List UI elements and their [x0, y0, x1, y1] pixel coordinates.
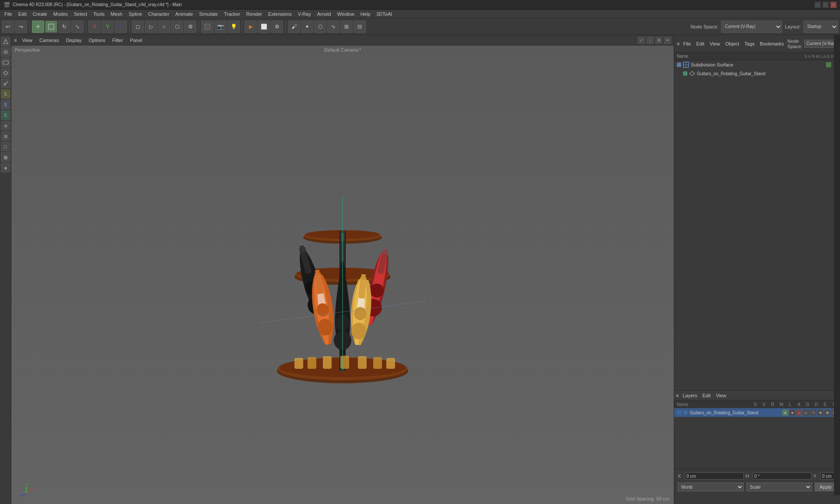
lp-extra-btn2[interactable]: ⬡ [810, 410, 816, 416]
menu-vray[interactable]: V-Ray [295, 10, 314, 18]
poly-btn[interactable]: ⬡ [314, 21, 326, 33]
menu-simulate[interactable]: Simulate [196, 10, 220, 18]
lp-item-1[interactable]: Guitars_on_Rotating_Guitar_Stand ● ● ▶ ▷… [674, 408, 840, 417]
obj-tool-5[interactable]: ⚙ [184, 21, 196, 33]
vp-expand-btn[interactable]: ⤢ [638, 37, 645, 44]
vp-download-btn[interactable]: ↓ [647, 37, 654, 44]
om-item-guitars[interactable]: Guitars_on_Rotating_Guitar_Stand ⚬ [674, 69, 840, 78]
sidebar-mode-8[interactable]: S [1, 110, 10, 120]
sidebar-mode-10[interactable]: ⊠ [1, 131, 10, 141]
node-space-select[interactable]: Current (V-Ray) [721, 21, 782, 33]
menu-help[interactable]: Help [358, 10, 373, 18]
lp-anim-btn[interactable]: ▶ [796, 410, 802, 416]
lp-vis-btn[interactable]: ● [782, 410, 788, 416]
lp-render-btn[interactable]: ● [789, 410, 795, 416]
render-settings-btn[interactable]: ⚙ [271, 21, 283, 33]
rp-menu-edit[interactable]: Edit [694, 40, 706, 47]
sidebar-mode-1[interactable] [1, 37, 10, 46]
obj-tool-4[interactable]: ⬡ [171, 21, 183, 33]
redo-button[interactable]: ↪ [15, 21, 27, 33]
sidebar-mode-7[interactable]: S [1, 100, 10, 109]
rp-layout-label: Node Space: [788, 38, 802, 49]
menu-tracker[interactable]: Tracker [221, 10, 243, 18]
menu-spline[interactable]: Spline [126, 10, 145, 18]
obj-tool-3[interactable]: ○ [158, 21, 170, 33]
vp-menu-view[interactable]: View [20, 37, 34, 44]
coords-apply-button[interactable]: Apply [815, 483, 836, 491]
rp-menu-object[interactable]: Object [724, 40, 741, 47]
coords-world-select[interactable]: World [678, 483, 744, 491]
rotate-tool-button[interactable]: ↻ [58, 21, 70, 33]
sidebar-mode-6[interactable]: S [1, 89, 10, 99]
scale-tool-button[interactable]: ⤡ [71, 21, 84, 33]
sidebar-mode-4[interactable] [1, 68, 10, 78]
move-tool-button[interactable]: ✛ [32, 21, 44, 33]
axis-z-button[interactable]: Z [115, 21, 127, 33]
obj-tool-2[interactable]: ▷ [145, 21, 157, 33]
cloth-btn[interactable]: ⊞ [340, 21, 353, 33]
vp-settings-btn[interactable]: ⚙ [655, 37, 662, 44]
lp-extra-btn1[interactable]: ▷ [803, 410, 809, 416]
rp-menu-tags[interactable]: Tags [743, 40, 756, 47]
menu-window[interactable]: Window [335, 10, 357, 18]
light-btn[interactable]: 💡 [228, 21, 240, 33]
menu-select[interactable]: Select [71, 10, 90, 18]
lp-menu-layers[interactable]: Layers [681, 392, 698, 399]
menu-arnold[interactable]: Arnold [315, 10, 334, 18]
select-tool-button[interactable] [45, 21, 57, 33]
obj-tool-1[interactable]: ◻ [132, 21, 144, 33]
maximize-button[interactable]: □ [822, 2, 829, 8]
menu-character[interactable]: Character [146, 10, 172, 18]
rp-menu-view[interactable]: View [708, 40, 722, 47]
menu-extensions[interactable]: Extensions [266, 10, 294, 18]
sidebar-mode-11[interactable]: ⬡ [1, 142, 10, 151]
lp-menu-view[interactable]: View [714, 392, 728, 399]
close-button[interactable]: ✕ [830, 2, 836, 8]
lp-menu-edit[interactable]: Edit [701, 392, 712, 399]
camera-btn[interactable]: 📷 [214, 21, 227, 33]
sidebar-mode-2[interactable] [1, 47, 10, 57]
menu-edit[interactable]: Edit [16, 10, 29, 18]
viewport[interactable]: Perspective Default Camera:* [11, 46, 674, 504]
rp-menu-file[interactable]: File [681, 40, 693, 47]
sculpt-btn[interactable]: ✦ [301, 21, 313, 33]
vp-menu-options[interactable]: Options [87, 37, 107, 44]
render-btn[interactable]: ▶ [245, 21, 257, 33]
lp-extra-btn3[interactable]: ⊕ [817, 410, 823, 416]
menu-modes[interactable]: Modes [51, 10, 70, 18]
coord-h-input[interactable] [752, 472, 812, 480]
render-region-btn[interactable]: ⬜ [258, 21, 270, 33]
coord-x-input[interactable] [685, 472, 744, 480]
menu-create[interactable]: Create [30, 10, 50, 18]
menu-mesh[interactable]: Mesh [108, 10, 125, 18]
vp-menu-display[interactable]: Display [64, 37, 84, 44]
menu-file[interactable]: File [2, 10, 15, 18]
sidebar-mode-5[interactable] [1, 79, 10, 88]
layout-select[interactable]: Startup [803, 21, 838, 33]
vp-menu-filter[interactable]: Filter [111, 37, 125, 44]
om-item-subdivision[interactable]: Subdivision Surface ✓ ⚬ [674, 60, 840, 69]
svg-marker-60 [690, 71, 695, 76]
vp-menu-panel[interactable]: Panel [128, 37, 144, 44]
vp-close-btn[interactable]: ✕ [664, 37, 671, 44]
sidebar-mode-3[interactable] [1, 58, 10, 67]
sidebar-mode-12[interactable]: ▦ [1, 152, 10, 162]
vp-menu-cameras[interactable]: Cameras [38, 37, 61, 44]
menu-render[interactable]: Render [244, 10, 265, 18]
rp-menu-bookmarks[interactable]: Bookmarks [758, 40, 786, 47]
menu-3dtoai[interactable]: 3DToAI [374, 10, 395, 18]
lp-extra-btn4[interactable]: ⊞ [824, 410, 830, 416]
sidebar-mode-13[interactable]: ◈ [1, 163, 10, 172]
sidebar-mode-9[interactable]: ⊕ [1, 121, 10, 130]
menu-tools[interactable]: Tools [91, 10, 107, 18]
axis-y-button[interactable]: Y [102, 21, 114, 33]
undo-button[interactable]: ↩ [2, 21, 14, 33]
extra-btn[interactable]: ⊟ [354, 21, 366, 33]
axis-x-button[interactable]: X [88, 21, 101, 33]
hair-btn[interactable]: ∿ [327, 21, 340, 33]
viewport-btn-1[interactable] [201, 21, 214, 33]
paint-btn[interactable]: 🖌 [288, 21, 300, 33]
coords-scale-select[interactable]: Scale [746, 483, 812, 491]
minimize-button[interactable]: ─ [815, 2, 821, 8]
menu-animate[interactable]: Animate [173, 10, 196, 18]
